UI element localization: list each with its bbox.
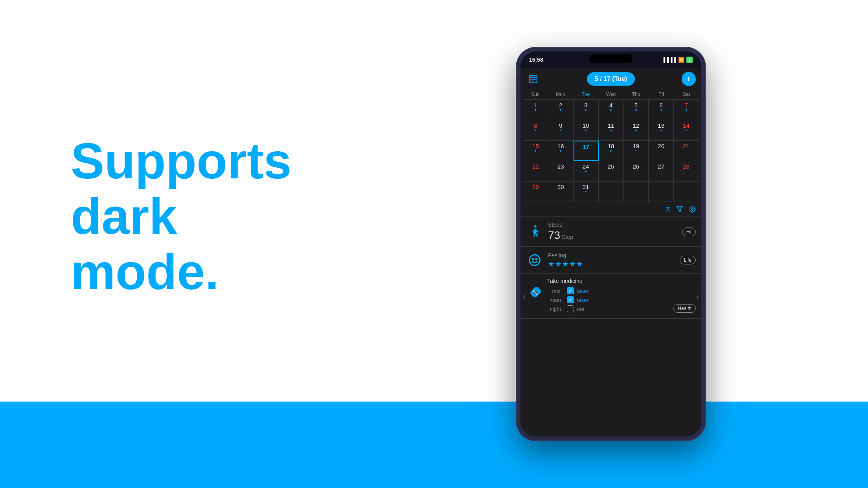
app-content: 5 / 17 (Tue) + Sun Mon Tue Wed Thu Fri S… <box>520 68 701 437</box>
star-5: ★ <box>576 260 583 268</box>
svg-point-13 <box>532 259 533 260</box>
health-tag-wrap: Health <box>672 304 696 314</box>
right-panel: 15:58 ▐▐▐▐ 🛜 ▮ <box>354 0 868 488</box>
table-row[interactable]: 13 <box>649 120 674 141</box>
table-row <box>674 182 699 202</box>
svg-rect-7 <box>531 81 532 81</box>
table-row[interactable]: 31 <box>574 182 599 202</box>
health-tag[interactable]: Health <box>673 304 696 313</box>
feeling-item: Feeling ★ ★ ★ ★ ★ Life <box>520 247 701 274</box>
table-row[interactable]: 16 <box>548 141 574 161</box>
table-row[interactable]: 28 <box>674 161 699 182</box>
table-row[interactable]: 26 <box>623 161 649 182</box>
feeling-icon-wrap <box>526 251 543 269</box>
notch-pill <box>589 54 633 63</box>
prev-arrow-icon[interactable]: ‹ <box>523 292 526 301</box>
table-row[interactable]: 7 <box>674 100 699 120</box>
table-row[interactable]: 3 <box>574 100 599 120</box>
svg-point-10 <box>691 208 693 210</box>
table-row[interactable]: 17 <box>574 141 599 161</box>
headline-line2: dark mode. <box>71 188 219 300</box>
weekday-fri: Fri <box>649 90 674 99</box>
noon-checkbox[interactable] <box>567 296 574 303</box>
table-row[interactable]: 30 <box>548 182 574 202</box>
table-row[interactable]: 4 <box>599 100 624 120</box>
calendar-icon <box>528 74 538 84</box>
filter-funnel-icon[interactable] <box>676 206 683 213</box>
table-row[interactable]: 2 <box>548 100 574 120</box>
steps-number: 73 <box>548 229 560 242</box>
svg-rect-4 <box>531 79 532 80</box>
table-row[interactable]: 14 <box>674 120 699 141</box>
battery-icon: ▮ <box>686 57 693 63</box>
date-pill[interactable]: 5 / 17 (Tue) <box>587 72 635 86</box>
medicine-content: Take medicine mor : taken noon : taken <box>545 278 672 314</box>
feeling-tag[interactable]: Life <box>680 256 696 264</box>
calendar-weekdays: Sun Mon Tue Wed Thu Fri Sat <box>523 90 699 99</box>
status-bar: 15:58 ▐▐▐▐ 🛜 ▮ <box>520 51 701 68</box>
table-row[interactable]: 20 <box>649 141 674 161</box>
medicine-title: Take medicine <box>547 278 672 284</box>
table-row[interactable]: 9 <box>548 120 574 141</box>
weekday-sat: Sat <box>674 90 699 99</box>
table-row[interactable]: 29 <box>523 182 548 202</box>
svg-marker-9 <box>677 207 682 212</box>
table-row[interactable]: 11 <box>599 120 624 141</box>
medicine-icon-wrap <box>526 278 545 299</box>
table-row[interactable]: 15 <box>523 141 548 161</box>
noon-status: taken <box>577 297 590 303</box>
weekday-tue: Tue <box>573 90 598 99</box>
table-row <box>599 182 624 202</box>
table-row[interactable]: 19 <box>623 141 649 161</box>
table-row[interactable]: 1 <box>523 100 548 120</box>
svg-rect-6 <box>534 79 535 80</box>
table-row[interactable]: 27 <box>649 161 674 182</box>
steps-item: Steps 73 Step Fit <box>520 217 701 247</box>
table-row[interactable]: 10 <box>574 120 599 141</box>
table-row <box>623 182 649 202</box>
left-panel: Supports dark mode. <box>0 0 354 488</box>
feeling-label: Feeling <box>548 252 675 259</box>
weekday-thu: Thu <box>623 90 649 99</box>
filter-icon[interactable]: ⧖ <box>666 205 671 213</box>
night-status: not <box>577 306 584 312</box>
medicine-noon: noon : taken <box>547 296 672 303</box>
table-row[interactable]: 21 <box>674 141 699 161</box>
table-row[interactable]: 12 <box>623 120 649 141</box>
morning-label: mor : <box>547 288 564 294</box>
tagline-area: Supports dark mode. <box>0 0 354 299</box>
feeling-info: Feeling ★ ★ ★ ★ ★ <box>548 252 675 268</box>
night-label: night : <box>547 306 564 312</box>
status-time: 15:58 <box>529 57 543 63</box>
morning-checkbox[interactable] <box>567 287 574 294</box>
calendar-grid: 1 2 3 4 5 6 7 8 9 10 11 12 13 14 15 <box>523 99 699 202</box>
weekday-sun: Sun <box>523 90 548 99</box>
steps-icon-wrap <box>526 223 543 240</box>
star-3: ★ <box>562 260 568 268</box>
add-button[interactable]: + <box>682 72 696 86</box>
next-arrow-icon[interactable]: › <box>696 292 699 301</box>
settings-icon[interactable] <box>689 206 696 213</box>
table-row[interactable]: 6 <box>649 100 674 120</box>
medicine-night: night : not <box>547 305 672 312</box>
svg-rect-5 <box>532 79 533 80</box>
table-row[interactable]: 18 <box>599 141 624 161</box>
calendar-icon-button[interactable] <box>526 72 540 86</box>
table-row[interactable]: 5 <box>623 100 649 120</box>
night-checkbox[interactable] <box>567 305 574 312</box>
steps-label: Steps <box>548 222 677 228</box>
table-row[interactable]: 22 <box>523 161 548 182</box>
svg-point-12 <box>530 255 540 266</box>
table-row <box>649 182 674 202</box>
steps-tag[interactable]: Fit <box>682 227 696 236</box>
table-row[interactable]: 8 <box>523 120 548 141</box>
medicine-section: ‹ Take medicine mor : taken <box>520 274 701 319</box>
table-row[interactable]: 25 <box>599 161 624 182</box>
weekday-wed: Wed <box>598 90 623 99</box>
star-2: ★ <box>555 260 561 268</box>
steps-unit: Step <box>562 234 573 240</box>
table-row[interactable]: 23 <box>548 161 574 182</box>
headline-line1: Supports <box>71 133 292 189</box>
steps-info: Steps 73 Step <box>548 222 677 242</box>
table-row[interactable]: 24 <box>574 161 599 182</box>
